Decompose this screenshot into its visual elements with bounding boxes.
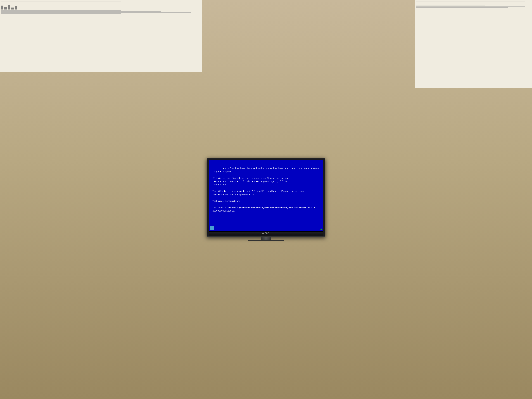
paper-document-left (0, 0, 202, 72)
monitor-stand-base (248, 240, 284, 241)
monitor: A problem has been detected and windows … (207, 158, 325, 241)
bsod-line-13: *** STOP: 0x000000A5 (0x0000000000000011… (212, 207, 315, 209)
chart-bar (4, 7, 7, 10)
bsod-line-2: to your computer. (212, 171, 234, 173)
chart-bar (15, 6, 17, 10)
energy-star-badge: ★ (210, 226, 214, 230)
power-indicator-light (321, 229, 322, 230)
paper-line (1, 11, 161, 12)
bsod-line-5: restart your computer. If this screen ap… (212, 180, 287, 183)
chart-bar (1, 6, 3, 10)
paper-line (1, 12, 191, 13)
bsod-content: A problem has been detected and windows … (212, 164, 320, 216)
bsod-line-11: Technical information: (212, 200, 240, 203)
bsod-line-8: The BIOS in this system is not fully ACP… (212, 190, 305, 193)
paper-line (416, 7, 508, 8)
chart-bar (8, 5, 10, 10)
chart-bar (11, 7, 14, 10)
paper-lines (416, 1, 531, 87)
paper-line (1, 1, 121, 1)
bsod-line-4: If this is the first time you've seen th… (212, 177, 290, 179)
paper-line (416, 4, 525, 4)
bsod-line-9: system vendor for an updated BIOS. (212, 193, 255, 196)
monitor-bezel: A problem has been detected and windows … (207, 158, 325, 237)
paper-line (416, 2, 508, 2)
monitor-brand-label: AOC (262, 232, 270, 235)
paper-line (416, 5, 508, 5)
paper-line (416, 6, 525, 7)
paper-line (416, 1, 525, 1)
paper-line (416, 6, 485, 6)
paper-chart (1, 4, 201, 10)
paper-line (1, 2, 161, 2)
bsod-line-6: these steps: (212, 184, 228, 186)
paper-line (1, 13, 121, 14)
bsod-line-14: x0000000020120913) (212, 210, 235, 212)
monitor-bottom-bezel: AOC (209, 232, 323, 235)
paper-document-right (415, 0, 532, 88)
paper-line (1, 10, 121, 11)
paper-lines (1, 1, 201, 71)
monitor-stand-neck (261, 237, 271, 240)
monitor-screen: A problem has been detected and windows … (209, 160, 323, 232)
paper-line (1, 3, 191, 3)
bsod-line-1: A problem has been detected and windows … (223, 167, 319, 170)
paper-line (416, 3, 485, 3)
